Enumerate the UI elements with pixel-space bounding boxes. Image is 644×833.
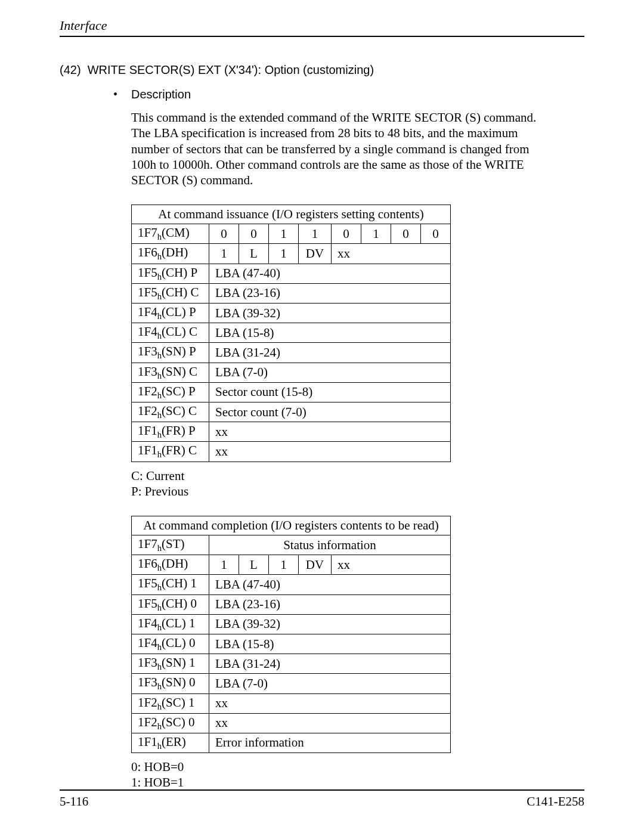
bullet-icon: • xyxy=(113,88,131,101)
table-issuance-wrap: At command issuance (I/O registers setti… xyxy=(131,205,584,462)
table2-legend: 0: HOB=0 1: HOB=1 xyxy=(131,759,584,791)
page-footer: 5-116 C141-E258 xyxy=(60,789,584,809)
table-completion: At command completion (I/O registers con… xyxy=(131,516,451,753)
row-cm-b6: 0 xyxy=(239,224,269,244)
description-body: This command is the extended command of … xyxy=(131,110,549,188)
table-row: 1F1h(FR) C xx xyxy=(132,442,451,462)
row-st-val: Status information xyxy=(209,535,451,555)
bullet-label: Description xyxy=(131,88,191,101)
table-row: 1F4h(CL) 1 LBA (39-32) xyxy=(132,614,451,634)
table-row: 1F4h(CL) 0 LBA (15-8) xyxy=(132,634,451,654)
legend-c: C: Current xyxy=(131,468,584,484)
table-row: 1F4h(CL) P LBA (39-32) xyxy=(132,304,451,323)
section-title-text: WRITE SECTOR(S) EXT (X'34'): Option (cus… xyxy=(88,63,374,76)
table-row: 1F5h(CH) 0 LBA (23-16) xyxy=(132,594,451,614)
section-number: (42) xyxy=(60,63,81,76)
table-row: 1F3h(SN) 0 LBA (7-0) xyxy=(132,674,451,693)
legend-p: P: Previous xyxy=(131,484,584,499)
table-row: 1F1h(ER) Error information xyxy=(132,733,451,753)
table-row: 1F3h(SN) 1 LBA (31-24) xyxy=(132,654,451,674)
footer-left: 5-116 xyxy=(60,794,88,809)
row-cm-label: 1F7h(CM) xyxy=(132,224,209,244)
table-row: 1F5h(CH) P LBA (47-40) xyxy=(132,264,451,283)
footer-right: C141-E258 xyxy=(527,794,584,809)
table-row: 1F1h(FR) P xx xyxy=(132,422,451,442)
row-dh-label: 1F6h(DH) xyxy=(132,244,209,264)
table-row: 1F3h(SN) C LBA (7-0) xyxy=(132,363,451,382)
table-row: 1F2h(SC) P Sector count (15-8) xyxy=(132,382,451,402)
table-row: 1F2h(SC) 0 xx xyxy=(132,713,451,733)
row-cm-b3: 0 xyxy=(332,224,361,244)
row-cm-b0: 0 xyxy=(421,224,451,244)
page-header: Interface xyxy=(60,18,584,37)
row-dh-c2: 1 xyxy=(269,244,299,264)
legend-0: 0: HOB=0 xyxy=(131,759,584,775)
row-dh-c1: L xyxy=(239,244,269,264)
table1-legend: C: Current P: Previous xyxy=(131,468,584,500)
row-dh: 1F6h(DH) 1 L 1 DV xx xyxy=(132,244,451,264)
section-title: (42) WRITE SECTOR(S) EXT (X'34'): Option… xyxy=(60,63,584,77)
table-row: 1F5h(CH) 1 LBA (47-40) xyxy=(132,575,451,594)
row-cm-b7: 0 xyxy=(209,224,239,244)
table-issuance-caption: At command issuance (I/O registers setti… xyxy=(132,205,451,224)
table-completion-wrap: At command completion (I/O registers con… xyxy=(131,516,584,753)
row-cm-b2: 1 xyxy=(361,224,391,244)
table-row: 1F4h(CL) C LBA (15-8) xyxy=(132,323,451,343)
table-completion-caption: At command completion (I/O registers con… xyxy=(132,516,451,535)
table-row: 1F3h(SN) P LBA (31-24) xyxy=(132,343,451,363)
row-cm-b5: 1 xyxy=(269,224,299,244)
row-cm-b1: 0 xyxy=(391,224,421,244)
row-dh-c4: xx xyxy=(332,244,451,264)
row-dh-c0: 1 xyxy=(209,244,239,264)
table-row: 1F2h(SC) 1 xx xyxy=(132,693,451,713)
legend-1: 1: HOB=1 xyxy=(131,775,584,790)
row-st: 1F7h(ST) Status information xyxy=(132,535,451,555)
table-row: 1F5h(CH) C LBA (23-16) xyxy=(132,283,451,303)
row-dh-c3: DV xyxy=(299,244,332,264)
bullet-row: • Description xyxy=(113,88,584,101)
row-cm-b4: 1 xyxy=(299,224,332,244)
row-cm: 1F7h(CM) 0 0 1 1 0 1 0 0 xyxy=(132,224,451,244)
table-row: 1F2h(SC) C Sector count (7-0) xyxy=(132,402,451,422)
page: Interface (42) WRITE SECTOR(S) EXT (X'34… xyxy=(0,0,644,833)
table-issuance: At command issuance (I/O registers setti… xyxy=(131,205,451,462)
row-dh2: 1F6h(DH) 1 L 1 DV xx xyxy=(132,555,451,575)
